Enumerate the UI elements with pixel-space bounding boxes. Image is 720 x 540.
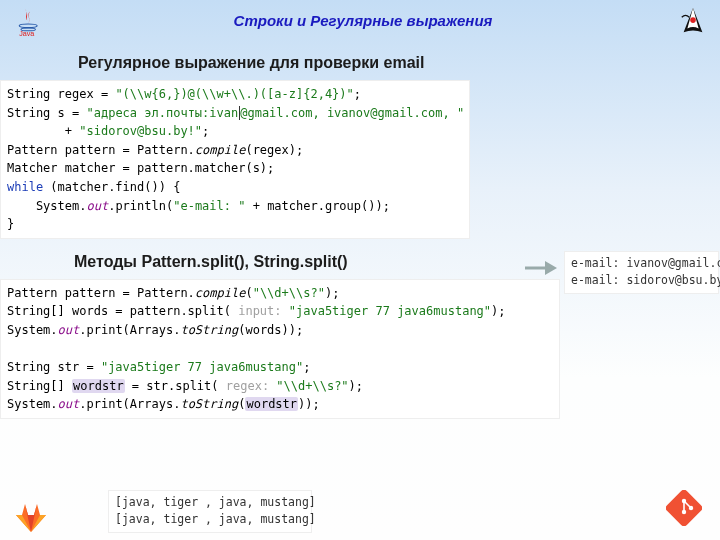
code-block-split: Pattern pattern = Pattern.compile("\\d+\…: [0, 279, 560, 419]
svg-text:Java: Java: [19, 29, 34, 37]
svg-point-0: [19, 24, 37, 28]
svg-marker-5: [545, 261, 557, 275]
arrow-right-icon: [523, 259, 557, 277]
git-logo-icon: [666, 490, 702, 526]
slide-title: Строки и Регулярные выражения: [234, 12, 493, 29]
svg-point-3: [690, 17, 696, 23]
gitlab-logo-icon: [14, 502, 48, 534]
java-logo-icon: Java: [12, 6, 48, 36]
slide-header: Java Строки и Регулярные выражения: [0, 0, 720, 36]
section1-title: Регулярное выражение для проверки email: [78, 54, 720, 72]
duke-mascot-icon: [678, 6, 708, 36]
output-email: e-mail: ivanov@gmail.com e-mail: sidorov…: [564, 251, 719, 294]
svg-point-12: [682, 510, 686, 514]
code-block-email-regex: String regex = "(\\w{6,})@(\\w+\\.)([a-z…: [0, 80, 470, 239]
output-split: [java, tiger , java, mustang] [java, tig…: [108, 490, 312, 533]
